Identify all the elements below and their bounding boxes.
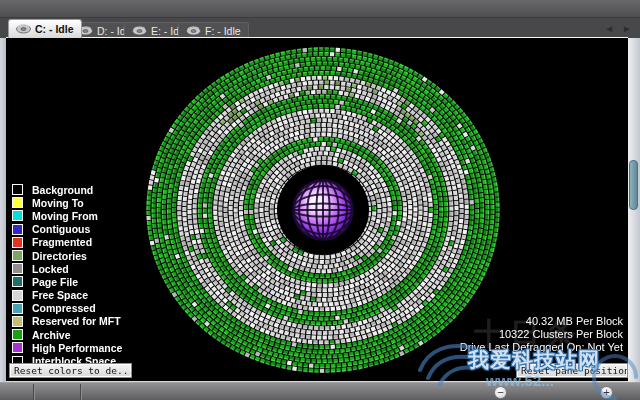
legend-row: Page File [12, 275, 122, 288]
drive-tabstrip: C: - Idle D: - Idle E: - Idle F: - Idle … [0, 18, 640, 38]
clusters-per-block-text: 10322 Clusters Per Block [460, 328, 623, 341]
disk-platter-icon [186, 26, 201, 36]
legend-label: Directories [32, 250, 87, 262]
disk-platter-icon [132, 26, 147, 36]
legend-color-swatch[interactable] [12, 342, 23, 353]
legend-color-swatch[interactable] [12, 329, 23, 340]
legend-color-swatch[interactable] [12, 237, 23, 248]
legend-label: Locked [32, 263, 69, 275]
legend-row: Moving From [12, 209, 122, 222]
legend-color-swatch[interactable] [12, 210, 23, 221]
statusbar-separator [80, 384, 81, 400]
legend-label: Moving To [32, 197, 84, 209]
legend-label: Compressed [32, 302, 96, 314]
cluster-legend: Background Moving To Moving From Contigu… [12, 183, 122, 368]
tab-scroll-arrows: ◄ ► [604, 24, 632, 34]
disk-view-panel: Background Moving To Moving From Contigu… [6, 38, 628, 382]
legend-label: Moving From [32, 210, 98, 222]
disk-platter-icon [16, 24, 31, 34]
legend-label: Reserved for MFT [32, 315, 121, 327]
legend-row: Reserved for MFT [12, 315, 122, 328]
mb-per-block-text: 40.32 MB Per Block [460, 315, 623, 328]
legend-row: Moving To [12, 196, 122, 209]
legend-color-swatch[interactable] [12, 250, 23, 261]
legend-row: Directories [12, 249, 122, 262]
tab-scroll-right-icon[interactable]: ► [622, 24, 632, 34]
legend-color-swatch[interactable] [12, 184, 23, 195]
window-topbar [0, 0, 640, 18]
legend-color-swatch[interactable] [12, 197, 23, 208]
legend-color-swatch[interactable] [12, 263, 23, 274]
legend-row: Fragmented [12, 236, 122, 249]
legend-label: Page File [32, 276, 78, 288]
legend-row: Compressed [12, 302, 122, 315]
defrag-app-window: C: - Idle D: - Idle E: - Idle F: - Idle … [0, 0, 640, 400]
legend-color-swatch[interactable] [12, 303, 23, 314]
drive-tab[interactable]: F: - Idle [178, 22, 249, 38]
drive-tab[interactable]: C: - Idle [8, 19, 82, 38]
legend-label: High Performance [32, 342, 122, 354]
legend-label: Archive [32, 329, 71, 341]
legend-label: Fragmented [32, 236, 92, 248]
legend-color-swatch[interactable] [12, 224, 23, 235]
panel-top-border [6, 37, 628, 38]
statusbar-separator [33, 384, 34, 400]
right-scrollbar[interactable] [628, 38, 640, 382]
scrollbar-thumb[interactable] [629, 160, 638, 210]
tab-scroll-left-icon[interactable]: ◄ [604, 24, 614, 34]
drive-stats: 40.32 MB Per Block 10322 Clusters Per Bl… [460, 315, 623, 354]
last-defragged-text: Drive Last Defragged On: Not Yet [460, 341, 623, 354]
legend-color-swatch[interactable] [12, 290, 23, 301]
zoom-out-button[interactable]: − [494, 386, 507, 399]
legend-label: Contiguous [32, 223, 90, 235]
reset-colors-button[interactable]: Reset colors to de... [9, 363, 132, 378]
drive-tab-label: F: - Idle [205, 25, 241, 37]
reset-pane-positions-button[interactable]: Reset pane positions [516, 363, 628, 378]
legend-label: Free Space [32, 289, 88, 301]
legend-row: Archive [12, 328, 122, 341]
legend-row: Background [12, 183, 122, 196]
legend-row: Locked [12, 262, 122, 275]
drive-tab-label: C: - Idle [35, 23, 74, 35]
legend-row: Contiguous [12, 223, 122, 236]
status-bar: − + [0, 382, 640, 400]
legend-color-swatch[interactable] [12, 276, 23, 287]
legend-row: Free Space [12, 289, 122, 302]
legend-color-swatch[interactable] [12, 316, 23, 327]
legend-label: Background [32, 184, 93, 196]
zoom-in-button[interactable]: + [600, 386, 613, 399]
legend-row: High Performance [12, 341, 122, 354]
